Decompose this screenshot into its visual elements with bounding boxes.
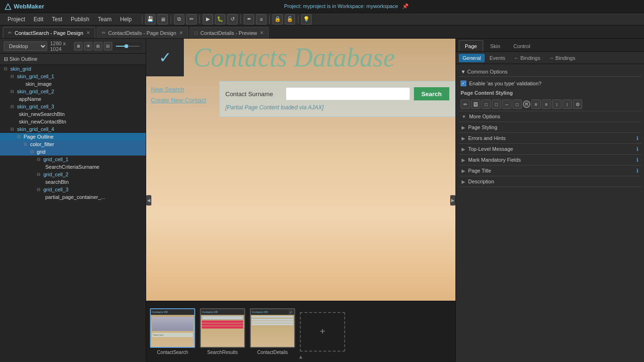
debug-button[interactable]: 🐛 xyxy=(215,14,225,25)
right-tab-control[interactable]: Control xyxy=(507,40,536,51)
enable-validation-row[interactable]: ✓ Enable 'as you type' validation? xyxy=(459,79,641,88)
canvas-handle-right[interactable]: ▶ xyxy=(450,195,455,206)
app-logo: WebMaker xyxy=(5,3,44,10)
page-header: ✓ Contacts Database xyxy=(146,39,455,76)
tab-icon-1: ✏ xyxy=(8,30,12,35)
subtab-general[interactable]: General xyxy=(459,54,485,62)
subtab-bindings-in[interactable]: ← Bindings xyxy=(510,54,544,62)
add-page-button[interactable]: + xyxy=(300,312,345,352)
mark-mandatory-info-icon[interactable]: ℹ xyxy=(636,157,638,163)
save-button[interactable]: 💾 xyxy=(145,14,156,25)
menu-edit[interactable]: Edit xyxy=(30,15,47,24)
create-contact-link[interactable]: Create New Contact xyxy=(151,97,212,104)
canvas-inner: ✓ Contacts Database New Search Create Ne… xyxy=(146,39,455,334)
hint-button[interactable]: 💡 xyxy=(301,14,312,25)
tree-skin-newcontactbtn[interactable]: skin_newContactBtn xyxy=(0,118,146,125)
refresh-button[interactable]: ↺ xyxy=(227,14,238,25)
tab-contactdetails-design[interactable]: ✏ ContactDetails - Page Design ✕ xyxy=(97,27,188,38)
subtab-bindings-out[interactable]: → Bindings xyxy=(545,54,579,62)
more-options-header[interactable]: ▼ More Options xyxy=(459,111,641,122)
tree-skin-grid[interactable]: ⊟ skin_grid xyxy=(0,65,146,73)
tree-grid[interactable]: ⊟ grid xyxy=(0,148,146,156)
style-list1-btn[interactable]: ≡ xyxy=(531,99,541,109)
search-button[interactable]: Search xyxy=(414,87,449,100)
tree-skin-newsearchbtn[interactable]: skin_newSearchBtn xyxy=(0,110,146,118)
outline-toggle[interactable]: ⊟ xyxy=(4,56,9,62)
style-gear-btn[interactable]: ⚙ xyxy=(573,99,582,109)
device-select[interactable]: Desktop Tablet Mobile xyxy=(4,41,47,51)
style-box2-btn[interactable]: □ xyxy=(492,99,501,109)
device-icon-grid1[interactable]: ⊞ xyxy=(94,42,102,50)
accordion-header-description[interactable]: ▶ Description xyxy=(459,176,641,187)
accordion-header-errors-hints[interactable]: ▶ Errors and Hints ℹ xyxy=(459,133,641,143)
enable-validation-checkbox[interactable]: ✓ xyxy=(461,81,466,86)
tree-search-btn[interactable]: searchBtn xyxy=(0,178,146,186)
thumbnail-strip: Contacts DB Search form ContactSearch Co… xyxy=(146,301,455,362)
accordion-header-page-styling[interactable]: ▶ Page Styling xyxy=(459,122,641,132)
style-arrow-up-btn[interactable]: ↕ xyxy=(552,99,561,109)
tree-skin-image[interactable]: skin_image xyxy=(0,80,146,88)
style-pencil-btn[interactable]: ✏ xyxy=(461,99,470,109)
tab-contactsearch[interactable]: ✏ ContactSearch - Page Design ✕ xyxy=(3,27,95,38)
style-arrow-btn[interactable]: ↔ xyxy=(502,99,512,109)
new-search-link[interactable]: New Search xyxy=(151,86,212,93)
thumb-contactsearch[interactable]: Contacts DB Search form ContactSearch xyxy=(150,308,195,355)
tree-search-criteria[interactable]: SearchCriteriaSurname xyxy=(0,163,146,171)
edit2-button[interactable]: ✒ xyxy=(244,14,254,25)
duplicate-button[interactable]: ⧉ xyxy=(174,14,184,25)
tree-partial-page-container[interactable]: partial_page_container_... xyxy=(0,193,146,201)
right-tab-skin[interactable]: Skin xyxy=(484,40,506,51)
tree-skin-grid-cell-1[interactable]: ⊟ skin_grid_cell_1 xyxy=(0,73,146,80)
pencil-button[interactable]: ✏ xyxy=(186,14,197,25)
menu-project[interactable]: Project xyxy=(4,15,29,24)
style-list2-btn[interactable]: ≡ xyxy=(542,99,551,109)
strip-arrow[interactable]: ▲ xyxy=(298,354,304,360)
accordion-header-mark-mandatory[interactable]: ▶ Mark Mandatory Fields ℹ xyxy=(459,155,641,165)
top-level-info-icon[interactable]: ℹ xyxy=(636,146,638,152)
tree-skin-grid-cell-3[interactable]: ⊟ skin_grid_cell_3 xyxy=(0,103,146,110)
run-button[interactable]: ▶ xyxy=(203,14,213,25)
thumb-contactdetails[interactable]: Contacts DB ✓ ContactDetails xyxy=(250,308,295,355)
style-box-btn[interactable]: □ xyxy=(481,99,491,109)
thumb-label-searchresults: SearchResults xyxy=(207,350,238,355)
thumb-searchresults[interactable]: Contacts DB SearchResults xyxy=(200,308,245,355)
editor-tabs: ✏ ContactSearch - Page Design ✕ ✏ Contac… xyxy=(0,25,644,39)
lock-button[interactable]: 🔒 xyxy=(272,14,283,25)
toolbar-sep-6 xyxy=(298,15,298,24)
accordion-header-top-level[interactable]: ▶ Top-Level Message ℹ xyxy=(459,144,641,154)
desktop-button[interactable]: 🖥 xyxy=(157,14,168,25)
right-tab-page[interactable]: Page xyxy=(459,40,483,51)
device-icon-eye[interactable]: 👁 xyxy=(84,42,92,50)
list-button[interactable]: ≡ xyxy=(256,14,266,25)
tree-grid-cell-1[interactable]: ⊟ grid_cell_1 xyxy=(0,156,146,163)
tree-app-name[interactable]: appName xyxy=(0,95,146,103)
accordion-header-page-title[interactable]: ▶ Page Title ℹ xyxy=(459,165,641,176)
tab-close-2[interactable]: ✕ xyxy=(179,30,183,35)
search-input[interactable] xyxy=(286,87,410,100)
menu-help[interactable]: Help xyxy=(116,15,136,24)
unlock-button[interactable]: 🔓 xyxy=(285,14,295,25)
tab-close-3[interactable]: ✕ xyxy=(260,30,264,35)
subtab-events[interactable]: Events xyxy=(486,54,509,62)
menu-test[interactable]: Test xyxy=(48,15,66,24)
tree-page-outline[interactable]: ⊟ Page Outline xyxy=(0,133,146,140)
tree-skin-grid-cell-2[interactable]: ⊟ skin_grid_cell_2 xyxy=(0,88,146,95)
tab-contactdetails-preview[interactable]: □ ContactDetails - Preview ✕ xyxy=(190,27,269,38)
style-box3-btn[interactable]: □ xyxy=(512,99,522,109)
device-icon-monitor[interactable]: 🖥 xyxy=(74,42,83,50)
style-r-btn[interactable]: R xyxy=(523,100,530,108)
tree-grid-cell-3[interactable]: ⊟ grid_cell_3 xyxy=(0,186,146,193)
tree-skin-grid-cell-4[interactable]: ⊟ skin_grid_cell_4 xyxy=(0,125,146,133)
canvas-handle-left[interactable]: ◀ xyxy=(146,195,151,206)
tree-color-filter[interactable]: ⊟ color_filter xyxy=(0,140,146,148)
menu-publish[interactable]: Publish xyxy=(67,15,93,24)
zoom-slider[interactable] xyxy=(114,42,142,50)
menu-team[interactable]: Team xyxy=(94,15,115,24)
tab-close-1[interactable]: ✕ xyxy=(86,30,90,35)
tree-grid-cell-2[interactable]: ⊟ grid_cell_2 xyxy=(0,171,146,178)
errors-hints-info-icon[interactable]: ℹ xyxy=(636,135,638,141)
page-title-info-icon[interactable]: ℹ xyxy=(636,168,638,174)
device-icon-grid2[interactable]: ⊟ xyxy=(104,42,112,50)
style-arrow-down-btn[interactable]: ↕ xyxy=(562,99,572,109)
style-image-btn[interactable]: 🖼 xyxy=(471,99,480,109)
